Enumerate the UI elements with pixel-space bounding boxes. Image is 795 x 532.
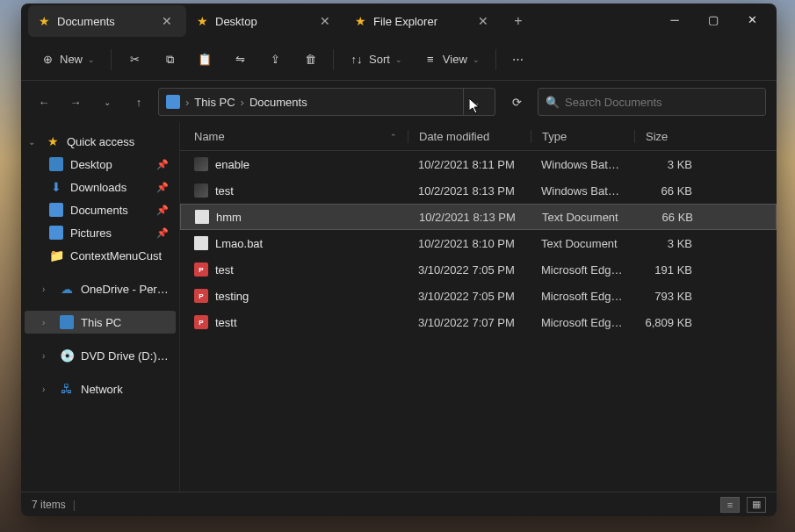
separator: |: [73, 499, 76, 511]
star-icon: ★: [355, 14, 366, 28]
file-row[interactable]: hmm10/2/2021 8:13 PMText Document66 KB: [180, 204, 777, 230]
recent-button[interactable]: ⌄: [95, 90, 119, 114]
file-row[interactable]: Ptest3/10/2022 7:05 PMMicrosoft Edge P..…: [180, 256, 777, 283]
file-name: test: [215, 184, 234, 198]
statusbar: 7 items | ≡ ▦: [21, 492, 777, 516]
new-button[interactable]: ⊕ New ⌄: [32, 47, 104, 72]
delete-button[interactable]: 🗑: [294, 47, 326, 72]
file-date-cell: 3/10/2022 7:07 PM: [408, 316, 531, 329]
breadcrumb-segment[interactable]: This PC: [194, 96, 235, 109]
file-size-cell: 6,809 KB: [634, 316, 703, 329]
text-icon: [195, 210, 209, 224]
search-input[interactable]: [565, 96, 758, 109]
sidebar-quick-access[interactable]: ⌄ ★ Quick access: [25, 130, 176, 153]
details-view-toggle[interactable]: ≡: [720, 497, 740, 513]
ellipsis-icon: ⋯: [512, 53, 524, 66]
file-explorer-window: ─ ▢ ✕ ★ Documents ✕ ★ Desktop ✕ ★ File E…: [21, 4, 777, 516]
content-area: ⌄ ★ Quick access Desktop 📌 ⬇ Downloads 📌…: [21, 123, 777, 492]
location-icon: [166, 95, 180, 109]
file-name-cell: Ptesting: [184, 289, 408, 303]
pictures-icon: [49, 226, 63, 240]
column-header-type[interactable]: Type: [531, 130, 634, 143]
chevron-right-icon: ›: [241, 96, 244, 109]
rename-button[interactable]: ⇋: [224, 47, 256, 72]
sort-asc-icon: ⌃: [390, 133, 397, 141]
column-label: Size: [646, 130, 668, 143]
sidebar-item-dvd[interactable]: › 💿 DVD Drive (D:) CCCC: [25, 344, 176, 367]
file-row[interactable]: Ptesting3/10/2022 7:05 PMMicrosoft Edge …: [180, 283, 777, 309]
network-icon: 🖧: [60, 382, 74, 396]
file-name: hmm: [216, 211, 242, 224]
sidebar-item-onedrive[interactable]: › ☁ OneDrive - Personal: [25, 277, 176, 300]
forward-button[interactable]: →: [63, 90, 88, 114]
file-type-cell: Microsoft Edge P...: [531, 263, 634, 277]
file-row[interactable]: enable10/2/2021 8:11 PMWindows Batch Fil…: [180, 151, 777, 177]
file-size-cell: 66 KB: [634, 184, 703, 198]
file-row[interactable]: Lmao.bat10/2/2021 8:10 PMText Document3 …: [180, 230, 777, 256]
address-bar[interactable]: › This PC › Documents ⌄: [158, 88, 495, 116]
tab-desktop[interactable]: ★ Desktop ✕: [186, 5, 344, 37]
file-row[interactable]: Ptestt3/10/2022 7:07 PMMicrosoft Edge P.…: [180, 309, 777, 335]
sidebar-item-documents[interactable]: Documents 📌: [25, 198, 176, 221]
chevron-right-icon: ›: [42, 318, 53, 327]
tab-file-explorer[interactable]: ★ File Explorer ✕: [344, 5, 502, 37]
search-box[interactable]: 🔍: [538, 88, 766, 116]
view-button[interactable]: ≡ View ⌄: [415, 47, 488, 72]
more-button[interactable]: ⋯: [503, 47, 532, 71]
sidebar-item-label: Desktop: [70, 158, 149, 171]
pdf-icon: P: [194, 262, 208, 277]
cut-button[interactable]: ✂: [119, 47, 150, 72]
file-date-cell: 10/2/2021 8:10 PM: [408, 237, 531, 250]
up-button[interactable]: ↑: [126, 90, 151, 114]
tab-documents[interactable]: ★ Documents ✕: [28, 5, 186, 37]
sidebar-item-network[interactable]: › 🖧 Network: [25, 377, 176, 400]
disc-icon: 💿: [60, 349, 74, 363]
sort-button[interactable]: ↑↓ Sort ⌄: [341, 47, 411, 72]
sidebar-item-thispc[interactable]: › This PC: [25, 311, 176, 334]
tabs-row: ★ Documents ✕ ★ Desktop ✕ ★ File Explore…: [21, 4, 777, 39]
sort-icon: ↑↓: [350, 53, 364, 67]
close-tab-icon[interactable]: ✕: [474, 12, 492, 30]
new-tab-button[interactable]: +: [502, 5, 534, 37]
sidebar-item-desktop[interactable]: Desktop 📌: [25, 153, 176, 176]
separator: [495, 49, 496, 70]
sidebar-item-label: Quick access: [67, 135, 169, 148]
star-icon: ★: [46, 134, 60, 148]
star-icon: ★: [39, 14, 50, 28]
file-type-cell: Windows Batch File: [531, 184, 634, 198]
file-name: testing: [215, 290, 249, 303]
column-header-size[interactable]: Size: [634, 130, 703, 143]
pin-icon: 📌: [156, 182, 169, 193]
file-size-cell: 3 KB: [634, 158, 703, 171]
column-header-date[interactable]: Date modified: [408, 130, 531, 143]
new-label: New: [60, 53, 83, 66]
sidebar-item-downloads[interactable]: ⬇ Downloads 📌: [25, 176, 176, 198]
tab-label: Documents: [57, 15, 151, 28]
file-row[interactable]: test10/2/2021 8:13 PMWindows Batch File6…: [180, 177, 777, 204]
text-icon: [194, 236, 208, 250]
sidebar-item-pictures[interactable]: Pictures 📌: [25, 221, 176, 244]
back-button[interactable]: ←: [32, 90, 56, 114]
refresh-button[interactable]: ⟳: [502, 88, 531, 116]
file-name-cell: test: [184, 183, 408, 198]
chevron-right-icon: ›: [42, 284, 53, 294]
breadcrumb-segment[interactable]: Documents: [249, 96, 307, 109]
share-button[interactable]: ⇪: [259, 47, 291, 72]
close-tab-icon[interactable]: ✕: [158, 12, 176, 30]
copy-button[interactable]: ⧉: [154, 47, 185, 72]
item-count: 7 items: [32, 499, 66, 511]
sidebar-item-contextmenu[interactable]: 📁 ContextMenuCust: [25, 244, 176, 267]
spacer: [25, 367, 176, 377]
file-name-cell: hmm: [184, 210, 408, 224]
icons-view-toggle[interactable]: ▦: [747, 497, 766, 513]
file-date-cell: 3/10/2022 7:05 PM: [408, 290, 531, 303]
plus-circle-icon: ⊕: [40, 53, 54, 67]
column-header-name[interactable]: Name ⌃: [184, 130, 408, 143]
paste-button[interactable]: 📋: [189, 47, 220, 72]
address-dropdown[interactable]: ⌄: [463, 88, 488, 116]
file-name-cell: Ptestt: [184, 315, 408, 329]
file-size-cell: 793 KB: [634, 290, 703, 303]
column-headers: Name ⌃ Date modified Type Size: [180, 123, 777, 151]
close-tab-icon[interactable]: ✕: [316, 12, 334, 30]
desktop-icon: [49, 157, 63, 171]
